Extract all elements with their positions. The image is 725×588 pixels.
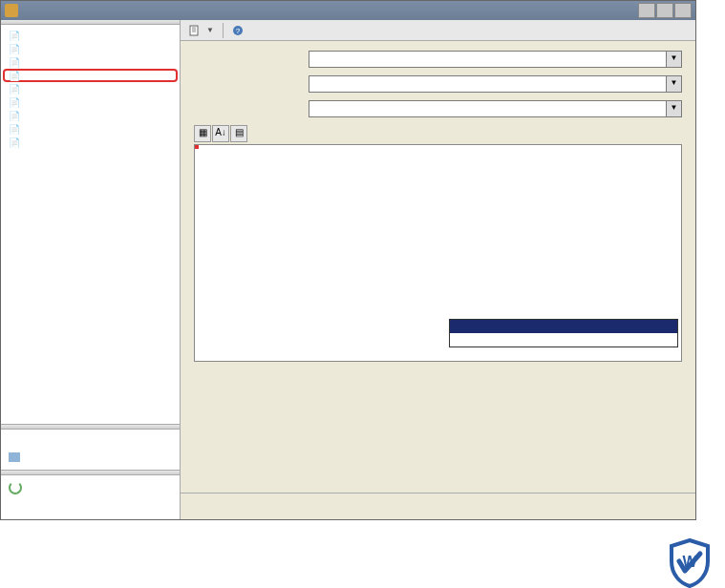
connection-panel <box>1 424 180 471</box>
separator <box>223 23 224 38</box>
combo-dropdown-button[interactable]: ▼ <box>667 100 682 117</box>
close-button[interactable] <box>674 3 692 18</box>
toolbar: ▼ ? <box>181 20 695 41</box>
combo-dropdown-button[interactable]: ▼ <box>667 75 682 93</box>
minimize-button[interactable] <box>638 3 655 18</box>
nav-mirroring[interactable]: 📄 <box>3 122 178 136</box>
page-icon: 📄 <box>9 71 22 80</box>
dropdown-option-restricted[interactable] <box>450 333 677 346</box>
chevron-down-icon: ▼ <box>206 26 214 34</box>
page-icon: 📄 <box>9 137 22 147</box>
dialog-footer <box>181 493 695 519</box>
nav-extprops[interactable]: 📄 <box>3 109 178 122</box>
nav-permissions[interactable]: 📄 <box>3 95 178 109</box>
main-panel: ▼ ? ▼ <box>181 20 695 519</box>
nav-options[interactable]: 📄 <box>3 69 178 82</box>
sort-categorized-button[interactable]: ▦ <box>194 125 211 142</box>
collation-combo[interactable]: ▼ <box>309 51 682 68</box>
page-icon: 📄 <box>9 31 22 40</box>
sort-alpha-button[interactable]: A↓ <box>212 125 229 142</box>
page-icon: 📄 <box>9 111 22 120</box>
view-connection-link[interactable] <box>9 449 172 465</box>
svg-text:W: W <box>682 554 697 570</box>
property-description <box>194 369 682 408</box>
compat-combo[interactable]: ▼ <box>309 100 682 117</box>
page-icon: 📄 <box>9 97 22 107</box>
page-icon: 📄 <box>9 57 22 67</box>
recovery-input[interactable] <box>309 75 667 93</box>
grid-toolbar: ▦ A↓ ▤ <box>194 125 682 142</box>
nav-logshipping[interactable]: 📄 <box>3 136 178 149</box>
help-button[interactable]: ? <box>229 24 249 37</box>
compat-input[interactable] <box>309 100 667 117</box>
page-icon: 📄 <box>9 44 22 53</box>
watermark: W <box>668 538 717 588</box>
sidebar: 📄 📄 📄 📄 📄 📄 📄 📄 📄 <box>1 20 181 519</box>
nav-changetracking[interactable]: 📄 <box>3 82 178 95</box>
spinner-icon <box>9 481 22 494</box>
options-grid[interactable] <box>194 144 682 362</box>
page-icon: 📄 <box>9 124 22 134</box>
svg-text:?: ? <box>236 27 241 35</box>
dialog-window: 📄 📄 📄 📄 📄 📄 📄 📄 📄 <box>0 0 696 520</box>
link-icon <box>9 452 20 462</box>
script-icon <box>189 25 201 36</box>
script-button[interactable]: ▼ <box>186 24 217 37</box>
dropdown-option-single[interactable] <box>450 320 677 333</box>
grid-btn3[interactable]: ▤ <box>230 125 247 142</box>
combo-dropdown-button[interactable]: ▼ <box>667 51 682 68</box>
help-icon: ? <box>232 25 244 36</box>
nav-filegroups[interactable]: 📄 <box>3 55 178 69</box>
db-icon <box>5 4 18 17</box>
restrict-access-dropdown[interactable] <box>449 319 678 347</box>
page-icon: 📄 <box>9 84 22 94</box>
shield-icon: W <box>668 538 712 588</box>
progress-panel <box>1 470 180 519</box>
titlebar[interactable] <box>1 1 695 20</box>
collation-input[interactable] <box>309 51 667 68</box>
nav-list: 📄 📄 📄 📄 📄 📄 📄 📄 📄 <box>1 25 180 153</box>
recovery-combo[interactable]: ▼ <box>309 75 682 93</box>
nav-general[interactable]: 📄 <box>3 29 178 42</box>
nav-files[interactable]: 📄 <box>3 42 178 55</box>
highlight-box <box>195 145 199 149</box>
maximize-button[interactable] <box>656 3 673 18</box>
